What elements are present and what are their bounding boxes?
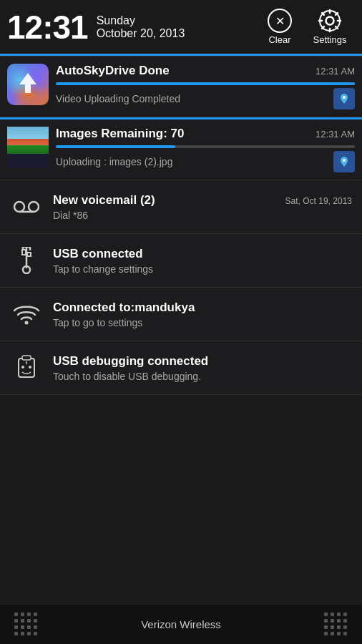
voicemail-time: Sat, Oct 19, 2013 — [285, 196, 352, 206]
svg-rect-11 — [22, 250, 26, 255]
svg-point-20 — [21, 366, 24, 369]
time-block: 12:31 Sunday October 20, 2013 — [7, 8, 185, 47]
voicemail-title: New voicemail (2) — [53, 193, 155, 208]
autoskydrive-header: AutoSkyDrive Done 12:31 AM — [56, 64, 355, 78]
full-date: October 20, 2013 — [97, 27, 185, 40]
svg-point-17 — [25, 321, 29, 325]
bottom-bar: Verizon Wireless — [0, 605, 362, 644]
usb-body: Tap to change settings — [53, 263, 352, 275]
autoskydrive-map-icon — [333, 88, 355, 109]
images-body: Uploading : images (2).jpg — [56, 151, 355, 172]
day-of-week: Sunday — [97, 14, 185, 27]
autoskydrive-content: AutoSkyDrive Done 12:31 AM Video Uploadi… — [56, 64, 355, 109]
svg-rect-19 — [22, 356, 31, 360]
wifi-body: Tap to go to settings — [53, 317, 352, 328]
usb-icon — [10, 244, 43, 277]
svg-rect-12 — [27, 253, 31, 256]
svg-point-4 — [343, 96, 346, 99]
svg-point-0 — [326, 17, 334, 25]
voicemail-icon — [10, 190, 43, 223]
autoskydrive-sub-text: Video Uploading Completed — [56, 93, 180, 104]
images-sub-text: Uploading : images (2).jpg — [56, 156, 172, 167]
debug-title: USB debugging connected — [53, 354, 352, 369]
status-bar: 12:31 Sunday October 20, 2013 ✕ Clear Se… — [0, 0, 362, 54]
images-app-icon — [7, 127, 49, 168]
notifications-area: AutoSkyDrive Done 12:31 AM Video Uploadi… — [0, 54, 362, 395]
clear-label: Clear — [268, 34, 290, 45]
svg-point-21 — [29, 366, 31, 369]
debug-icon — [10, 351, 43, 384]
images-map-icon — [333, 151, 355, 172]
autoskydrive-body: Video Uploading Completed — [56, 88, 355, 109]
autoskydrive-progress-container — [56, 82, 355, 85]
settings-button[interactable]: Settings — [305, 0, 355, 54]
carrier-label: Verizon Wireless — [141, 618, 221, 630]
voicemail-body: Dial *86 — [53, 210, 352, 221]
wifi-content: Connected to:mandukya Tap to go to setti… — [53, 301, 352, 328]
notification-item-debug[interactable]: USB debugging connected Touch to disable… — [0, 341, 362, 395]
notification-item-wifi[interactable]: Connected to:mandukya Tap to go to setti… — [0, 288, 362, 341]
images-time: 12:31 AM — [315, 129, 355, 140]
status-actions: ✕ Clear Settings — [255, 0, 355, 54]
wifi-title: Connected to:mandukya — [53, 301, 352, 315]
notification-item-voicemail[interactable]: New voicemail (2) Sat, Oct 19, 2013 Dial… — [0, 180, 362, 234]
debug-content: USB debugging connected Touch to disable… — [53, 354, 352, 382]
voicemail-content: New voicemail (2) Sat, Oct 19, 2013 Dial… — [53, 193, 352, 221]
svg-point-6 — [343, 159, 346, 162]
images-header: Images Remaining: 70 12:31 AM — [56, 127, 355, 141]
settings-label: Settings — [313, 34, 347, 45]
usb-content: USB connected Tap to change settings — [53, 247, 352, 275]
svg-point-7 — [14, 202, 24, 212]
autoskydrive-time: 12:31 AM — [315, 66, 355, 77]
images-progress-bar — [56, 145, 175, 148]
right-dot-grid — [324, 613, 348, 636]
gear-icon — [318, 9, 342, 33]
notification-item-images[interactable]: Images Remaining: 70 12:31 AM Uploading … — [0, 119, 362, 180]
images-content: Images Remaining: 70 12:31 AM Uploading … — [56, 127, 355, 172]
autoskydrive-title: AutoSkyDrive Done — [56, 64, 310, 78]
wifi-icon — [10, 298, 43, 331]
notification-item-usb[interactable]: USB connected Tap to change settings — [0, 234, 362, 288]
clear-icon: ✕ — [268, 9, 292, 33]
images-title: Images Remaining: 70 — [56, 127, 310, 141]
autoskydrive-app-icon — [7, 64, 49, 105]
svg-point-8 — [29, 202, 39, 212]
notification-item-autoskydrive[interactable]: AutoSkyDrive Done 12:31 AM Video Uploadi… — [0, 56, 362, 117]
time-display: 12:31 — [7, 8, 88, 47]
clear-button[interactable]: ✕ Clear — [255, 0, 305, 54]
svg-marker-2 — [19, 73, 36, 93]
images-progress-container — [56, 145, 355, 148]
date-block: Sunday October 20, 2013 — [97, 14, 185, 40]
autoskydrive-progress-bar — [56, 82, 355, 85]
debug-body: Touch to disable USB debugging. — [53, 371, 352, 382]
svg-rect-18 — [19, 358, 34, 377]
left-dot-grid — [14, 613, 38, 636]
usb-title: USB connected — [53, 247, 352, 261]
